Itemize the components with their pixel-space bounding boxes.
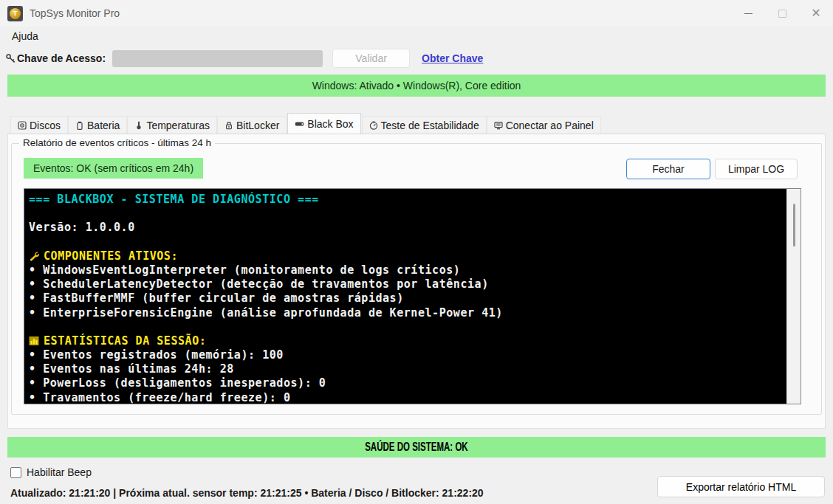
tab-discos[interactable]: Discos	[10, 116, 68, 134]
console-line-blank	[29, 235, 786, 249]
gauge-icon	[369, 121, 378, 130]
activation-banner-text: Windows: Ativado • Windows(R), Core edit…	[312, 80, 521, 92]
access-key-label: Chave de Acesso:	[17, 52, 106, 64]
window-title: TopSys Monitor Pro	[30, 7, 120, 19]
health-banner-text: SAÚDE DO SISTEMA: OK	[365, 441, 468, 454]
tab-strip: Discos Bateria Temperaturas BitLocker Bl…	[10, 113, 833, 134]
console-scrollbar[interactable]	[786, 189, 801, 404]
hdd-icon	[295, 120, 304, 128]
windows-activation-banner: Windows: Ativado • Windows(R), Core edit…	[7, 75, 826, 97]
battery-icon	[75, 121, 84, 130]
get-key-link[interactable]: Obter Chave	[422, 52, 483, 64]
access-key-row: Chave de Acesso: Validar Obter Chave	[0, 46, 833, 71]
wrench-icon	[29, 251, 39, 261]
validate-button[interactable]: Validar	[332, 49, 410, 68]
title-bar: T TopSys Monitor Pro ✕	[0, 0, 833, 27]
close-report-button[interactable]: Fechar	[626, 159, 710, 179]
close-button[interactable]: ✕	[799, 0, 833, 27]
key-icon	[5, 53, 16, 64]
tab-label: Bateria	[87, 120, 120, 131]
maximize-button[interactable]	[765, 0, 799, 27]
beep-checkbox-label: Habilitar Beep	[27, 466, 92, 478]
tab-black-box[interactable]: Black Box	[287, 113, 360, 134]
events-status-badge: Eventos: OK (sem críticos em 24h)	[24, 158, 203, 179]
menu-item-help[interactable]: Ajuda	[12, 30, 38, 42]
console-line: • SchedulerLatencyDetector (detecção de …	[29, 277, 786, 291]
tab-temperaturas[interactable]: Temperaturas	[127, 116, 217, 134]
close-icon: ✕	[811, 7, 820, 19]
console-line: • Eventos nas últimas 24h: 28	[29, 362, 786, 376]
console-line: ESTATÍSTICAS DA SESSÃO:	[29, 334, 786, 348]
tab-label: Black Box	[307, 118, 353, 130]
console-line-blank	[29, 320, 786, 334]
tab-label: Temperaturas	[146, 120, 210, 131]
console-line: • WindowsEventLogInterpreter (monitorame…	[29, 263, 786, 277]
tab-label: Discos	[30, 120, 61, 131]
critical-events-groupbox: Relatório de eventos críticos - últimas …	[11, 143, 822, 415]
tab-conectar-painel[interactable]: Conectar ao Painel	[487, 116, 601, 134]
maximize-icon	[778, 10, 786, 18]
menu-bar: Ajuda	[0, 27, 833, 46]
status-text: Atualizado: 21:21:20 | Próxima atual. se…	[10, 487, 484, 499]
console-line: === BLACKBOX - SISTEMA DE DIAGNÓSTICO ==…	[29, 193, 786, 207]
tab-label: BitLocker	[236, 120, 279, 131]
console-output: === BLACKBOX - SISTEMA DE DIAGNÓSTICO ==…	[24, 189, 786, 404]
clear-log-button[interactable]: Limpar LOG	[715, 159, 798, 179]
app-logo-icon: T	[7, 6, 23, 21]
console-line: • Eventos registrados (memória): 100	[29, 348, 786, 362]
minimize-button[interactable]	[731, 0, 765, 27]
system-health-banner: SAÚDE DO SISTEMA: OK	[7, 437, 826, 458]
console-line-blank	[29, 207, 786, 221]
tab-label: Conectar ao Painel	[506, 120, 594, 131]
black-box-tab-page: Relatório de eventos críticos - últimas …	[7, 134, 826, 429]
tab-label: Teste de Estabilidade	[381, 120, 479, 131]
tab-bitlocker[interactable]: BitLocker	[217, 116, 287, 134]
console-line: COMPONENTES ATIVOS:	[29, 249, 786, 263]
console-line: • FastBufferMMF (buffer circular de amos…	[29, 291, 786, 305]
lock-icon	[224, 121, 233, 130]
console-line: • EnterpriseForensicEngine (análise apro…	[29, 306, 786, 320]
tab-bateria[interactable]: Bateria	[68, 116, 127, 134]
console-line: Versão: 1.0.0.0	[29, 221, 786, 235]
console-line: • Travamentos (freeze/hard freeze): 0	[29, 391, 786, 404]
tab-teste-estabilidade[interactable]: Teste de Estabilidade	[362, 116, 487, 134]
minimize-icon	[744, 13, 753, 14]
blackbox-console: === BLACKBOX - SISTEMA DE DIAGNÓSTICO ==…	[24, 188, 801, 404]
disk-icon	[18, 121, 27, 130]
beep-checkbox[interactable]	[10, 467, 21, 478]
access-key-input[interactable]	[112, 50, 323, 67]
monitor-icon	[494, 121, 503, 130]
thermometer-icon	[134, 121, 143, 130]
app-logo-letter: T	[10, 8, 21, 19]
bar-chart-icon	[29, 336, 39, 346]
console-line: • PowerLoss (desligamentos inesperados):…	[29, 376, 786, 390]
scrollbar-thumb[interactable]	[793, 204, 795, 246]
export-html-button[interactable]: Exportar relatório HTML	[657, 476, 825, 497]
groupbox-title: Relatório de eventos críticos - últimas …	[19, 137, 215, 148]
